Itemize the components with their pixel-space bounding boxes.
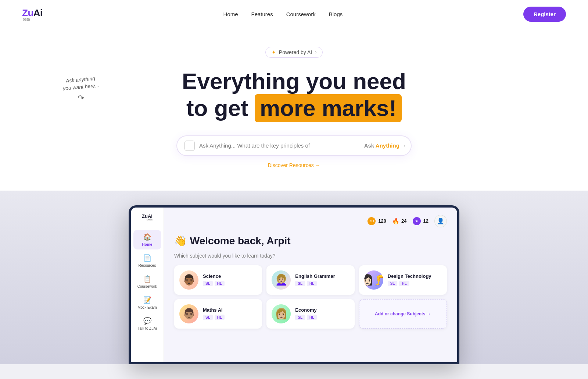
discover-link[interactable]: Discover Resources →: [268, 162, 320, 168]
powered-arrow: ›: [315, 50, 316, 55]
search-input[interactable]: [199, 142, 364, 149]
user-avatar[interactable]: 👤: [434, 215, 447, 227]
design-info: Design Technology SL HL: [388, 273, 442, 286]
nav-coursework[interactable]: Coursework: [286, 11, 316, 17]
ask-arrow: →: [401, 142, 406, 149]
maths-tags: SL HL: [203, 315, 257, 320]
science-tag-hl: HL: [215, 281, 225, 286]
hero-title-line2: to get more marks!: [186, 95, 402, 121]
subject-card-maths[interactable]: 👨🏽 Maths AI SL HL: [174, 299, 262, 329]
economy-name: Economy: [295, 307, 349, 313]
subject-card-economy[interactable]: 👩🏼 Economy SL HL: [266, 299, 354, 329]
powered-badge[interactable]: ✦ Powered by AI ›: [265, 47, 323, 58]
sidebar-label-mock-exam: Mock Exam: [137, 305, 157, 309]
mockup-section: ZuAi beta 🏠 Home 📄 Resources 📋 Coursewor…: [0, 191, 588, 364]
add-subject-label: Add or change Subjects →: [375, 311, 431, 316]
science-avatar: 👨🏾: [179, 270, 198, 290]
home-icon: 🏠: [143, 233, 151, 241]
sidebar-item-coursework[interactable]: 📋 Coursework: [133, 272, 161, 291]
science-info: Science SL HL: [203, 273, 257, 286]
register-button[interactable]: Register: [523, 7, 566, 22]
nav-blogs[interactable]: Blogs: [329, 11, 343, 17]
fire-icon: 🔥: [392, 217, 399, 224]
search-icon-box: [184, 141, 195, 151]
stat-fire: 🔥 24: [392, 217, 406, 224]
navbar: ZuAi beta Home Features Coursework Blogs…: [0, 0, 588, 28]
english-tags: SL HL: [295, 281, 349, 286]
star-icon: ✦: [272, 49, 276, 55]
economy-avatar: 👩🏼: [272, 304, 291, 323]
avatar-icon: 👤: [437, 217, 444, 224]
ask-button[interactable]: Ask Anything →: [364, 142, 406, 149]
economy-tags: SL HL: [295, 315, 349, 320]
top-bar: ZU 120 🔥 24 ★ 12 👤: [174, 215, 447, 227]
mockup-frame: ZuAi beta 🏠 Home 📄 Resources 📋 Coursewor…: [129, 205, 459, 364]
sidebar-item-home[interactable]: 🏠 Home: [133, 230, 161, 249]
powered-label: Powered by AI: [279, 49, 312, 55]
sidebar-item-talk[interactable]: 💬 Talk to ZuAi: [133, 314, 161, 333]
zu-value: 120: [378, 218, 386, 224]
science-name: Science: [203, 273, 257, 279]
economy-tag-hl: HL: [307, 315, 317, 320]
design-avatar: 👩🏻‍🦵: [364, 270, 383, 290]
maths-avatar: 👨🏽: [179, 304, 198, 323]
hero-title-line1: Everything you need: [182, 68, 406, 94]
star-badge-icon: ★: [413, 217, 421, 225]
sidebar-label-coursework: Coursework: [137, 284, 157, 288]
anything-label: Anything: [376, 142, 399, 149]
subtitle: Which subject would you like to learn to…: [174, 253, 447, 259]
design-tags: SL HL: [388, 281, 442, 286]
design-name: Design Technology: [388, 273, 442, 279]
stat-star: ★ 12: [413, 217, 429, 225]
subject-card-design[interactable]: 👩🏻‍🦵 Design Technology SL HL: [359, 265, 447, 295]
maths-name: Maths AI: [203, 307, 257, 313]
maths-info: Maths AI SL HL: [203, 307, 257, 320]
annotation-text: Ask anythingyou want here...: [62, 75, 100, 92]
maths-tag-sl: SL: [203, 315, 213, 320]
sidebar-label-home: Home: [142, 242, 153, 247]
economy-info: Economy SL HL: [295, 307, 349, 320]
star-value: 12: [423, 218, 429, 224]
mockup-inner: ZuAi beta 🏠 Home 📄 Resources 📋 Coursewor…: [131, 208, 457, 362]
ask-label: Ask: [364, 142, 374, 149]
maths-tag-hl: HL: [215, 315, 225, 320]
english-avatar: 👩🏼‍🦱: [272, 270, 291, 290]
english-tag-sl: SL: [295, 281, 305, 286]
fire-value: 24: [401, 218, 406, 224]
english-tag-hl: HL: [307, 281, 317, 286]
economy-tag-sl: SL: [295, 315, 305, 320]
sidebar-item-resources[interactable]: 📄 Resources: [133, 251, 161, 270]
science-tags: SL HL: [203, 281, 257, 286]
subjects-grid: 👨🏾 Science SL HL 👩🏼‍🦱: [174, 265, 447, 329]
logo-beta: beta: [23, 17, 30, 21]
add-subject-card[interactable]: Add or change Subjects →: [359, 299, 447, 329]
talk-icon: 💬: [143, 317, 151, 325]
zu-badge-icon: ZU: [368, 217, 376, 225]
hero-title-prefix: to get: [186, 95, 255, 121]
subject-card-english[interactable]: 👩🏼‍🦱 English Grammar SL HL: [266, 265, 354, 295]
app-main: ZU 120 🔥 24 ★ 12 👤 👋 Welcome b: [164, 208, 457, 362]
sidebar-label-talk: Talk to ZuAi: [137, 326, 157, 330]
design-tag-sl: SL: [388, 281, 398, 286]
science-tag-sl: SL: [203, 281, 213, 286]
resources-icon: 📄: [143, 254, 151, 262]
nav-features[interactable]: Features: [251, 11, 273, 17]
hero-title-highlight: more marks!: [255, 94, 402, 122]
sidebar-item-mock-exam[interactable]: 📝 Mock Exam: [133, 293, 161, 312]
welcome-title: 👋 Welcome back, Arpit: [174, 235, 447, 247]
design-tag-hl: HL: [399, 281, 409, 286]
app-sidebar: ZuAi beta 🏠 Home 📄 Resources 📋 Coursewor…: [131, 208, 164, 362]
subject-card-science[interactable]: 👨🏾 Science SL HL: [174, 265, 262, 295]
annotation-arrow: ↷: [62, 93, 99, 103]
nav-home[interactable]: Home: [223, 11, 238, 17]
logo-wrap: ZuAi beta: [22, 7, 43, 21]
hero-section: Ask anythingyou want here... ↷ ✦ Powered…: [0, 28, 588, 191]
sidebar-label-resources: Resources: [139, 263, 156, 268]
search-bar: Ask Anything →: [176, 135, 412, 156]
app-logo: ZuAi beta: [142, 213, 153, 221]
nav-links: Home Features Coursework Blogs: [223, 11, 343, 18]
stat-zu: ZU 120: [368, 217, 386, 225]
coursework-icon: 📋: [143, 275, 151, 283]
search-container: Ask Anything →: [176, 135, 412, 156]
english-name: English Grammar: [295, 273, 349, 279]
